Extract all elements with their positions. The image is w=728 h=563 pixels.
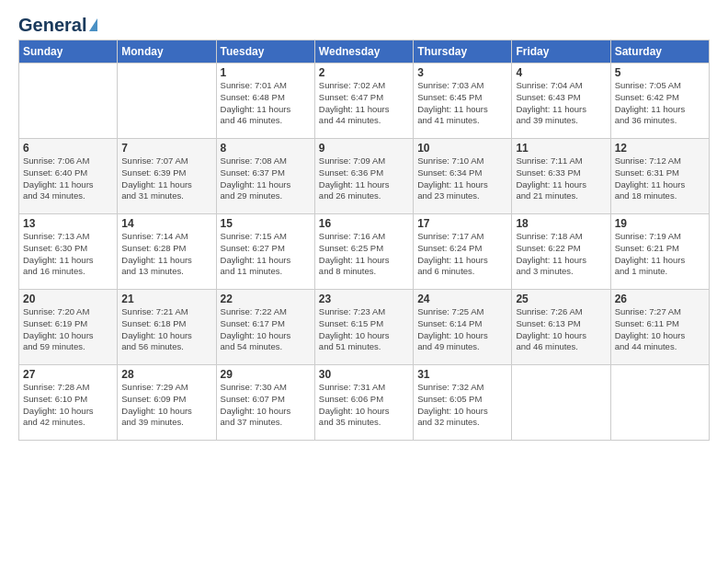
day-cell: 16Sunrise: 7:16 AM Sunset: 6:25 PM Dayli… (314, 214, 413, 290)
day-info: Sunrise: 7:23 AM Sunset: 6:15 PM Dayligh… (319, 306, 409, 353)
day-info: Sunrise: 7:18 AM Sunset: 6:22 PM Dayligh… (516, 231, 606, 278)
col-header-monday: Monday (118, 40, 216, 63)
day-number: 21 (121, 293, 211, 305)
day-info: Sunrise: 7:04 AM Sunset: 6:43 PM Dayligh… (516, 80, 606, 127)
day-cell: 20Sunrise: 7:20 AM Sunset: 6:19 PM Dayli… (19, 290, 118, 365)
day-info: Sunrise: 7:31 AM Sunset: 6:06 PM Dayligh… (319, 382, 409, 429)
day-info: Sunrise: 7:17 AM Sunset: 6:24 PM Dayligh… (417, 231, 507, 278)
day-number: 3 (417, 66, 507, 79)
day-cell: 28Sunrise: 7:29 AM Sunset: 6:09 PM Dayli… (118, 365, 216, 441)
col-header-thursday: Thursday (414, 40, 512, 63)
day-number: 8 (221, 142, 311, 155)
header-row: SundayMondayTuesdayWednesdayThursdayFrid… (19, 40, 710, 63)
day-cell: 18Sunrise: 7:18 AM Sunset: 6:22 PM Dayli… (512, 214, 610, 290)
day-number: 29 (221, 368, 311, 381)
day-cell: 1Sunrise: 7:01 AM Sunset: 6:48 PM Daylig… (216, 63, 314, 139)
day-number: 28 (121, 368, 211, 381)
day-cell: 19Sunrise: 7:19 AM Sunset: 6:21 PM Dayli… (610, 214, 709, 290)
day-number: 27 (23, 368, 113, 381)
day-info: Sunrise: 7:16 AM Sunset: 6:25 PM Dayligh… (319, 231, 409, 278)
week-row-3: 13Sunrise: 7:13 AM Sunset: 6:30 PM Dayli… (19, 214, 710, 290)
day-number: 23 (319, 293, 409, 305)
week-row-1: 1Sunrise: 7:01 AM Sunset: 6:48 PM Daylig… (19, 63, 710, 139)
day-number: 11 (516, 142, 606, 155)
day-cell: 26Sunrise: 7:27 AM Sunset: 6:11 PM Dayli… (610, 290, 709, 365)
page: General SundayMondayTuesdayWednesdayThur… (0, 0, 728, 450)
week-row-4: 20Sunrise: 7:20 AM Sunset: 6:19 PM Dayli… (19, 290, 710, 365)
day-info: Sunrise: 7:26 AM Sunset: 6:13 PM Dayligh… (516, 306, 606, 353)
day-info: Sunrise: 7:21 AM Sunset: 6:18 PM Dayligh… (121, 306, 211, 353)
day-cell (610, 365, 709, 441)
day-number: 20 (23, 293, 113, 305)
day-info: Sunrise: 7:10 AM Sunset: 6:34 PM Dayligh… (417, 155, 507, 202)
day-cell: 30Sunrise: 7:31 AM Sunset: 6:06 PM Dayli… (314, 365, 413, 441)
day-info: Sunrise: 7:29 AM Sunset: 6:09 PM Dayligh… (121, 382, 211, 429)
day-info: Sunrise: 7:02 AM Sunset: 6:47 PM Dayligh… (319, 80, 409, 127)
day-cell: 15Sunrise: 7:15 AM Sunset: 6:27 PM Dayli… (216, 214, 314, 290)
day-info: Sunrise: 7:22 AM Sunset: 6:17 PM Dayligh… (221, 306, 311, 353)
week-row-5: 27Sunrise: 7:28 AM Sunset: 6:10 PM Dayli… (19, 365, 710, 441)
day-info: Sunrise: 7:06 AM Sunset: 6:40 PM Dayligh… (23, 155, 113, 202)
day-info: Sunrise: 7:14 AM Sunset: 6:28 PM Dayligh… (121, 231, 211, 278)
day-info: Sunrise: 7:20 AM Sunset: 6:19 PM Dayligh… (23, 306, 113, 353)
day-number: 18 (516, 217, 606, 230)
day-info: Sunrise: 7:01 AM Sunset: 6:48 PM Dayligh… (221, 80, 311, 127)
col-header-sunday: Sunday (19, 40, 118, 63)
logo-triangle-icon (89, 18, 97, 31)
day-info: Sunrise: 7:15 AM Sunset: 6:27 PM Dayligh… (221, 231, 311, 278)
day-number: 26 (615, 293, 705, 305)
day-info: Sunrise: 7:27 AM Sunset: 6:11 PM Dayligh… (615, 306, 705, 353)
day-cell: 13Sunrise: 7:13 AM Sunset: 6:30 PM Dayli… (19, 214, 118, 290)
day-number: 4 (516, 66, 606, 79)
day-cell: 11Sunrise: 7:11 AM Sunset: 6:33 PM Dayli… (512, 139, 610, 214)
day-cell (19, 63, 118, 139)
day-number: 12 (615, 142, 705, 155)
day-cell: 22Sunrise: 7:22 AM Sunset: 6:17 PM Dayli… (216, 290, 314, 365)
day-info: Sunrise: 7:28 AM Sunset: 6:10 PM Dayligh… (23, 382, 113, 429)
day-number: 25 (516, 293, 606, 305)
day-number: 2 (319, 66, 409, 79)
day-number: 16 (319, 217, 409, 230)
day-info: Sunrise: 7:09 AM Sunset: 6:36 PM Dayligh… (319, 155, 409, 202)
day-number: 14 (121, 217, 211, 230)
day-cell: 5Sunrise: 7:05 AM Sunset: 6:42 PM Daylig… (610, 63, 709, 139)
day-cell: 7Sunrise: 7:07 AM Sunset: 6:39 PM Daylig… (118, 139, 216, 214)
day-cell: 29Sunrise: 7:30 AM Sunset: 6:07 PM Dayli… (216, 365, 314, 441)
day-info: Sunrise: 7:03 AM Sunset: 6:45 PM Dayligh… (417, 80, 507, 127)
col-header-saturday: Saturday (610, 40, 709, 63)
day-cell: 4Sunrise: 7:04 AM Sunset: 6:43 PM Daylig… (512, 63, 610, 139)
day-cell: 9Sunrise: 7:09 AM Sunset: 6:36 PM Daylig… (314, 139, 413, 214)
day-cell: 2Sunrise: 7:02 AM Sunset: 6:47 PM Daylig… (314, 63, 413, 139)
day-number: 10 (417, 142, 507, 155)
logo-text: General (18, 15, 86, 36)
day-info: Sunrise: 7:32 AM Sunset: 6:05 PM Dayligh… (417, 382, 507, 429)
day-number: 24 (417, 293, 507, 305)
day-info: Sunrise: 7:05 AM Sunset: 6:42 PM Dayligh… (615, 80, 705, 127)
day-cell: 25Sunrise: 7:26 AM Sunset: 6:13 PM Dayli… (512, 290, 610, 365)
day-cell: 17Sunrise: 7:17 AM Sunset: 6:24 PM Dayli… (414, 214, 512, 290)
day-info: Sunrise: 7:08 AM Sunset: 6:37 PM Dayligh… (221, 155, 311, 202)
day-number: 7 (121, 142, 211, 155)
day-cell: 6Sunrise: 7:06 AM Sunset: 6:40 PM Daylig… (19, 139, 118, 214)
header: General (18, 15, 710, 32)
day-number: 22 (221, 293, 311, 305)
day-cell (512, 365, 610, 441)
day-number: 31 (417, 368, 507, 381)
calendar-table: SundayMondayTuesdayWednesdayThursdayFrid… (18, 40, 710, 441)
day-number: 19 (615, 217, 705, 230)
day-cell: 3Sunrise: 7:03 AM Sunset: 6:45 PM Daylig… (414, 63, 512, 139)
day-number: 17 (417, 217, 507, 230)
day-cell: 14Sunrise: 7:14 AM Sunset: 6:28 PM Dayli… (118, 214, 216, 290)
col-header-tuesday: Tuesday (216, 40, 314, 63)
day-cell: 23Sunrise: 7:23 AM Sunset: 6:15 PM Dayli… (314, 290, 413, 365)
day-number: 5 (615, 66, 705, 79)
day-number: 1 (221, 66, 311, 79)
day-info: Sunrise: 7:13 AM Sunset: 6:30 PM Dayligh… (23, 231, 113, 278)
day-number: 9 (319, 142, 409, 155)
day-cell (118, 63, 216, 139)
day-info: Sunrise: 7:19 AM Sunset: 6:21 PM Dayligh… (615, 231, 705, 278)
week-row-2: 6Sunrise: 7:06 AM Sunset: 6:40 PM Daylig… (19, 139, 710, 214)
day-info: Sunrise: 7:25 AM Sunset: 6:14 PM Dayligh… (417, 306, 507, 353)
day-cell: 31Sunrise: 7:32 AM Sunset: 6:05 PM Dayli… (414, 365, 512, 441)
day-info: Sunrise: 7:12 AM Sunset: 6:31 PM Dayligh… (615, 155, 705, 202)
